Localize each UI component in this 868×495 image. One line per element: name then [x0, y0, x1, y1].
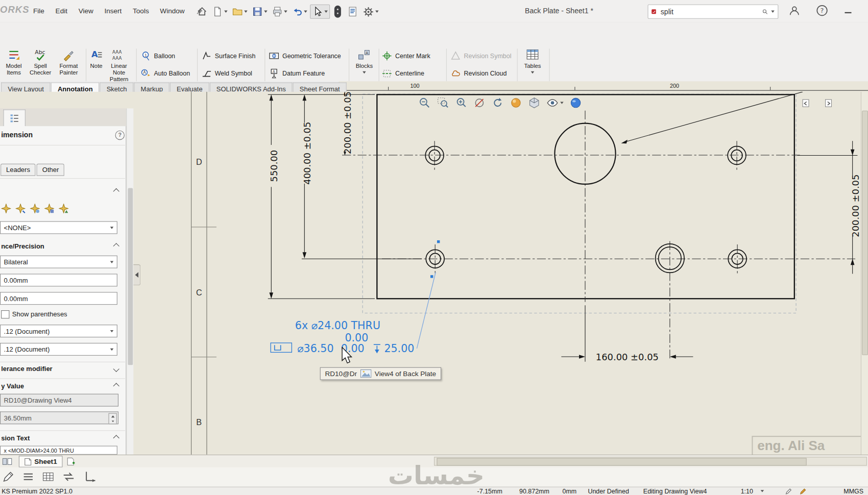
add-sheet-icon[interactable]: [66, 457, 75, 465]
surface-finish-button[interactable]: Surface Finish: [202, 47, 256, 63]
sheet1-tab[interactable]: Sheet1: [19, 456, 63, 467]
tables-dropdown-icon[interactable]: [531, 71, 535, 73]
rotate-view-icon[interactable]: [492, 97, 504, 109]
dimension-550[interactable]: 550.00: [269, 150, 279, 182]
datum-feature-button[interactable]: A Datum Feature: [269, 65, 341, 81]
swap-arrows-icon[interactable]: [62, 471, 75, 483]
previous-sheet-icon[interactable]: [801, 98, 811, 109]
menu-insert[interactable]: Insert: [99, 5, 128, 17]
command-pill-button[interactable]: [331, 4, 344, 19]
dimension-text-area[interactable]: x <MOD-DIAM>24.00 THRU: [0, 446, 117, 455]
favorite-apply-icon[interactable]: [1, 204, 11, 214]
minimize-button[interactable]: [843, 6, 852, 15]
home-button[interactable]: [195, 5, 209, 18]
geometric-tolerance-button[interactable]: Geometric Tolerance: [269, 47, 341, 63]
view-boundary[interactable]: [363, 94, 796, 313]
centerline-button[interactable]: Centerline: [382, 65, 437, 81]
zoom-icon[interactable]: [455, 97, 467, 109]
user-account-icon[interactable]: [788, 5, 801, 17]
search-input[interactable]: [660, 7, 759, 16]
search-box[interactable]: [648, 5, 779, 19]
save-button[interactable]: [250, 5, 269, 18]
markup-pencil-icon[interactable]: [2, 471, 14, 483]
selected-hole-callout[interactable]: 6x ⌀24.00 THRU 0.00 ⌀36.50 0.00 25.00: [271, 240, 440, 355]
revision-cloud-button[interactable]: Revision Cloud: [451, 65, 512, 81]
panel-collapse-handle[interactable]: [133, 264, 140, 285]
menu-edit[interactable]: Edit: [50, 5, 73, 17]
dimension-text-section-header[interactable]: sion Text: [1, 434, 118, 442]
panel-help-icon[interactable]: ?: [115, 131, 125, 140]
units-label[interactable]: MMGS: [843, 488, 863, 494]
propertymanager-tab[interactable]: [4, 110, 26, 127]
visibility-button[interactable]: [546, 97, 564, 109]
next-sheet-icon[interactable]: [823, 98, 833, 109]
panel-tab-leaders[interactable]: Leaders: [1, 164, 36, 176]
callout-grip-handle[interactable]: [430, 275, 433, 278]
select-tool-button[interactable]: [310, 5, 330, 19]
panel-tab-other[interactable]: Other: [37, 164, 64, 176]
search-dropdown-icon[interactable]: [771, 11, 775, 13]
menu-tools[interactable]: Tools: [127, 5, 154, 17]
unit-precision-select[interactable]: .12 (Document): [0, 325, 117, 337]
style-select[interactable]: <NONE>: [0, 221, 117, 234]
table-grid-icon[interactable]: [42, 471, 54, 483]
dimension-200-top[interactable]: 200.00 ±0.05: [342, 92, 353, 154]
callout-depth-value[interactable]: 25.00: [384, 342, 414, 355]
style-section-header[interactable]: [1, 189, 118, 194]
render-sphere-icon[interactable]: [570, 97, 582, 109]
print-button[interactable]: [270, 5, 289, 18]
weld-symbol-button[interactable]: Weld Symbol: [202, 65, 256, 81]
center-mark-button[interactable]: Center Mark: [382, 47, 437, 63]
dimension-200-right[interactable]: 200.00 ±0.05: [850, 175, 861, 237]
callout-diameter[interactable]: ⌀36.50: [297, 342, 333, 355]
vertical-scrollbar-thumb[interactable]: [862, 111, 868, 355]
sheet-navigation-icon[interactable]: [2, 457, 12, 465]
open-button[interactable]: [230, 5, 249, 18]
callout-line2[interactable]: 0.00: [345, 332, 368, 344]
primary-value-section-header[interactable]: y Value: [1, 382, 118, 390]
zoom-area-icon[interactable]: [437, 97, 449, 109]
tolerance-precision-select[interactable]: .12 (Document): [0, 343, 117, 356]
menu-window[interactable]: Window: [155, 5, 190, 17]
zoom-fit-icon[interactable]: [419, 97, 431, 109]
tolerance-type-select[interactable]: Bilateral: [0, 256, 117, 268]
menu-file[interactable]: File: [28, 5, 50, 17]
hole-circles[interactable]: [425, 123, 746, 273]
callout-line1[interactable]: 6x ⌀24.00 THRU: [295, 319, 380, 332]
callout-grip-handle[interactable]: [437, 240, 440, 243]
scene-cube-icon[interactable]: [528, 97, 540, 109]
blocks-dropdown-icon[interactable]: [363, 71, 366, 73]
value-amount-field[interactable]: 36.50mm: [0, 411, 118, 424]
help-icon[interactable]: ?: [816, 5, 828, 17]
panel-scrollbar-thumb[interactable]: [128, 188, 133, 365]
sheet-scale-label[interactable]: 1:10: [741, 488, 753, 494]
report-button[interactable]: [346, 5, 360, 18]
dimension-400[interactable]: 400.00 ±0.05: [302, 122, 312, 185]
list-icon[interactable]: [22, 471, 34, 483]
part-outline[interactable]: [377, 94, 794, 299]
scale-dropdown-icon[interactable]: [761, 490, 764, 492]
favorite-update-icon[interactable]: [30, 204, 40, 214]
panel-scrollbar[interactable]: [126, 108, 133, 454]
favorite-add-icon[interactable]: [15, 204, 26, 214]
tolerance-modifier-section-header[interactable]: lerance modifier: [1, 365, 118, 373]
search-icon[interactable]: [762, 8, 768, 15]
vertical-scrollbar[interactable]: [861, 92, 868, 455]
balloon-button[interactable]: 1 Balloon: [140, 47, 194, 63]
undo-button[interactable]: [290, 5, 309, 18]
auto-balloon-button[interactable]: A Auto Balloon: [140, 65, 194, 81]
favorite-save-icon[interactable]: [44, 204, 55, 214]
value-name-field[interactable]: RD10@Drawing View4: [0, 394, 118, 407]
value-spinner[interactable]: [109, 413, 117, 425]
appearance-icon[interactable]: [510, 97, 522, 109]
options-button[interactable]: [361, 5, 380, 18]
edit-sheet-icon[interactable]: [785, 488, 792, 495]
menu-view[interactable]: View: [73, 5, 99, 17]
tag-icon[interactable]: [800, 488, 807, 495]
tolerance-min-input[interactable]: 0.00mm: [0, 292, 117, 305]
counterbore-symbol-box[interactable]: [271, 343, 292, 352]
tolerance-max-input[interactable]: 0.00mm: [0, 274, 117, 286]
show-parentheses-checkbox[interactable]: [1, 310, 9, 318]
tolerance-precision-section-header[interactable]: nce/Precision: [1, 242, 118, 250]
axis-origin-icon[interactable]: [84, 471, 98, 483]
